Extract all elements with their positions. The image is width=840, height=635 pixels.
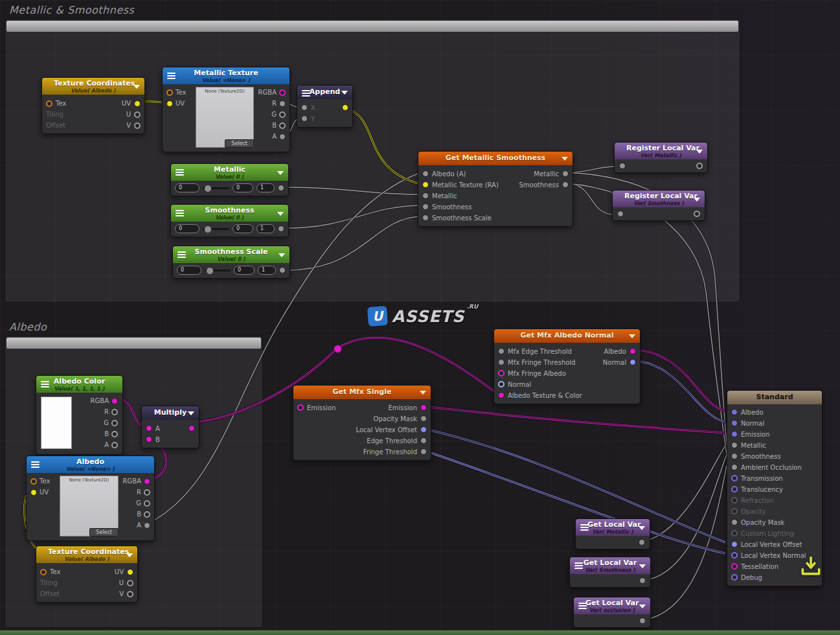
menu-icon[interactable] <box>31 461 40 463</box>
node-get-metallic-smoothness[interactable]: Get Metallic Smoothness Albedo (A)Metall… <box>418 151 573 227</box>
port-in-custom-lighting[interactable] <box>731 530 738 537</box>
port-out-u[interactable] <box>134 111 141 118</box>
port-in[interactable] <box>422 170 429 177</box>
port-out[interactable] <box>639 618 646 624</box>
port-in-local-vertex-normal[interactable] <box>731 552 738 559</box>
download-icon[interactable] <box>799 554 823 579</box>
min-field[interactable]: 0 <box>233 183 253 192</box>
chevron-down-icon[interactable] <box>420 391 426 395</box>
port-in-opacity[interactable] <box>731 508 738 514</box>
slider-track[interactable] <box>203 228 229 230</box>
slider-track[interactable] <box>203 187 229 189</box>
color-swatch[interactable] <box>41 397 72 449</box>
port-out-v[interactable] <box>134 122 141 129</box>
chevron-down-icon[interactable] <box>639 605 646 608</box>
port-out-b[interactable] <box>111 431 118 437</box>
node-multiply[interactable]: Multiply A B <box>141 406 199 448</box>
port-in-y[interactable] <box>301 115 308 122</box>
texture-preview[interactable]: None (Texture2D) Select <box>60 476 119 537</box>
port-out-rgba[interactable] <box>279 89 286 96</box>
port-out[interactable] <box>420 404 427 411</box>
select-button[interactable]: Select <box>89 528 119 537</box>
shader-graph-canvas[interactable]: Metallic & Smoothness Albedo <box>0 0 840 635</box>
port-out-b[interactable] <box>279 122 286 129</box>
value-field[interactable]: 0 <box>177 266 201 275</box>
menu-icon[interactable] <box>580 524 589 525</box>
chevron-down-icon[interactable] <box>341 91 348 95</box>
port-out[interactable] <box>694 211 700 217</box>
port-out-a[interactable] <box>279 133 286 140</box>
node-metallic-texture[interactable]: Metallic TextureValue( <None> ) Tex UV N… <box>162 67 290 152</box>
chevron-down-icon[interactable] <box>629 334 635 338</box>
chevron-down-icon[interactable] <box>188 411 194 415</box>
port-in-tex[interactable] <box>166 89 173 96</box>
port-in[interactable] <box>422 203 429 210</box>
port-in-local-vertex-offset[interactable] <box>731 541 738 548</box>
port-in-metallic[interactable] <box>731 442 738 448</box>
port-in-refraction[interactable] <box>731 497 738 503</box>
chevron-down-icon[interactable] <box>126 553 133 557</box>
chevron-down-icon[interactable] <box>694 198 700 202</box>
node-get-mfx-single[interactable]: Get Mfx Single EmissionEmission Opacity … <box>293 385 431 461</box>
port-out-g[interactable] <box>111 420 118 426</box>
port-in-smoothness[interactable] <box>731 453 738 459</box>
port-in-opacity-mask[interactable] <box>731 519 738 525</box>
slider-track[interactable] <box>205 270 231 271</box>
port-in-translucency[interactable] <box>731 486 738 492</box>
chevron-down-icon[interactable] <box>639 564 646 568</box>
slider-handle[interactable] <box>204 185 212 192</box>
port-out-rgba[interactable] <box>144 478 150 485</box>
node-register-local-var-metallic[interactable]: Register Local VarVar( Metallic ) <box>614 142 708 173</box>
max-field[interactable]: 1 <box>258 266 276 275</box>
chevron-down-icon[interactable] <box>562 157 568 161</box>
menu-icon[interactable] <box>302 90 310 91</box>
port-in-a[interactable] <box>146 425 152 432</box>
node-texture-coordinates-1[interactable]: Texture CoordinatesValue( Albedo ) TexUV… <box>41 77 145 134</box>
node-metallic[interactable]: MetallicValue( 0 ) 0 0 1 <box>170 163 289 196</box>
port-in-x[interactable] <box>301 104 308 111</box>
port-in-tex[interactable] <box>30 478 37 485</box>
chevron-down-icon[interactable] <box>278 253 285 257</box>
node-get-local-var-smothness[interactable]: Get Local VarVar( Smothness ) <box>569 557 651 588</box>
chevron-down-icon[interactable] <box>277 171 284 175</box>
menu-icon[interactable] <box>167 73 176 74</box>
port-out-a[interactable] <box>144 522 150 529</box>
port-in-tex[interactable] <box>40 569 47 575</box>
port-out-v[interactable] <box>127 591 133 597</box>
port-in-uv[interactable] <box>166 100 173 107</box>
port-out[interactable] <box>639 577 646 584</box>
wire-reroute-dot[interactable] <box>334 345 342 353</box>
port-out[interactable] <box>630 359 636 365</box>
port-in[interactable] <box>498 392 505 398</box>
value-field[interactable]: 0 <box>175 183 199 192</box>
port-in-ambient-occlusion[interactable] <box>731 464 738 470</box>
menu-icon[interactable] <box>176 169 184 170</box>
node-albedo-texture[interactable]: AlbedoValue( <None> ) Tex UV None (Textu… <box>26 456 155 541</box>
port-out-rgba[interactable] <box>111 398 118 404</box>
port-in[interactable] <box>498 348 505 354</box>
menu-icon[interactable] <box>41 381 49 382</box>
port-in-tessellation[interactable] <box>731 563 738 570</box>
menu-icon[interactable] <box>574 562 583 564</box>
port-in[interactable] <box>498 359 505 365</box>
port-out[interactable] <box>639 539 645 546</box>
port-out-u[interactable] <box>127 580 133 586</box>
node-smoothness[interactable]: SmoothnessValue( 0 ) 0 0 1 <box>170 204 289 237</box>
node-smoothness-scale[interactable]: Smoothness ScaleValue( 0 ) 0 0 1 <box>172 246 290 279</box>
min-field[interactable]: 0 <box>234 266 255 275</box>
port-in[interactable] <box>498 381 505 387</box>
port-out[interactable] <box>696 163 703 169</box>
port-out-b[interactable] <box>144 511 150 518</box>
port-out[interactable] <box>420 437 427 444</box>
port-out-g[interactable] <box>144 500 150 507</box>
port-out[interactable] <box>562 170 569 177</box>
port-out-r[interactable] <box>111 409 118 415</box>
node-texture-coordinates-2[interactable]: Texture CoordinatesValue( Albedo ) TexUV… <box>36 546 138 603</box>
port-in-transmission[interactable] <box>731 475 738 481</box>
node-get-local-var-occlusion[interactable]: Get Local VarVar( occlusion ) <box>573 597 651 628</box>
value-field[interactable]: 0 <box>175 224 199 233</box>
node-get-mfx-albedo-normal[interactable]: Get Mfx Albedo Normal Mfx Edge Threshold… <box>494 329 641 404</box>
port-out-r[interactable] <box>279 100 286 107</box>
chevron-down-icon[interactable] <box>639 526 645 530</box>
port-in-b[interactable] <box>146 436 152 443</box>
